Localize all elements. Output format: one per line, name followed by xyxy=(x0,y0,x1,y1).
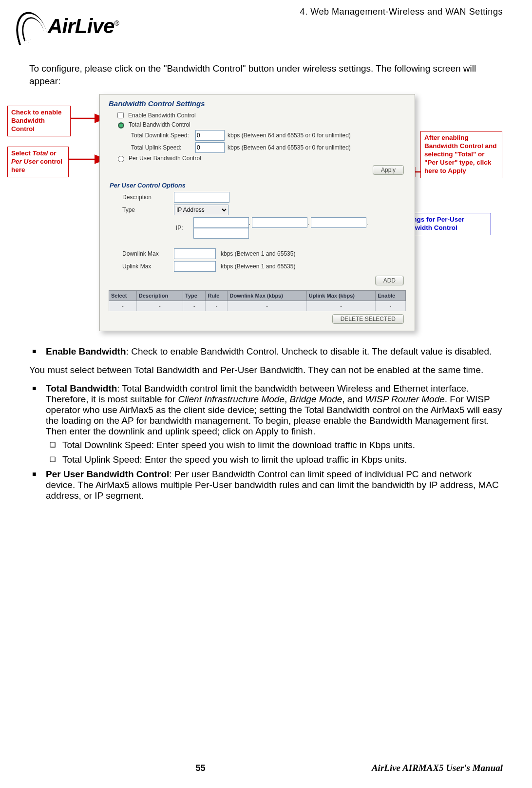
speed-hint-2: kbps (Between 64 and 65535 or 0 for unli… xyxy=(228,144,351,151)
apply-button[interactable]: Apply xyxy=(373,165,404,175)
type-select[interactable]: IP Address xyxy=(174,205,228,215)
ip-oct-2[interactable] xyxy=(252,217,307,228)
enable-bandwidth-checkbox[interactable] xyxy=(117,112,124,118)
uplink-max-input[interactable] xyxy=(174,261,216,272)
screenshot-area: Check to enable Bandwidth Control Select… xyxy=(29,94,503,338)
enable-bandwidth-label: Enable Bandwidth Control xyxy=(128,112,196,119)
table-row: - - - - - - - xyxy=(109,301,406,311)
subbullet-uplink-speed: Total Uplink Speed: Enter the speed you … xyxy=(48,454,503,465)
bandwidth-control-panel: Bandwidth Control Settings Enable Bandwi… xyxy=(99,94,415,331)
th-select: Select xyxy=(109,291,137,301)
total-downlink-label: Total Downlink Speed: xyxy=(131,132,192,139)
downlink-max-input[interactable] xyxy=(174,248,216,259)
airlive-logo: AirLive® xyxy=(15,9,119,42)
total-bandwidth-radio[interactable] xyxy=(118,122,124,129)
th-enable: Enable xyxy=(376,291,406,301)
th-type: Type xyxy=(183,291,206,301)
ip-oct-4[interactable] xyxy=(193,228,249,239)
logo-text: AirLive® xyxy=(48,9,119,38)
total-uplink-input[interactable] xyxy=(195,142,225,153)
ip-label: IP: xyxy=(176,225,189,231)
subbullet-downlink-speed: Total Downlink Speed: Enter speed you wi… xyxy=(48,440,503,450)
total-downlink-input[interactable] xyxy=(195,130,225,141)
total-uplink-label: Total Uplink Speed: xyxy=(131,144,192,151)
add-button[interactable]: ADD xyxy=(375,276,404,285)
chapter-title: 4. Web Management-Wireless and WAN Setti… xyxy=(300,7,503,17)
downlink-max-label: Downlink Max xyxy=(122,250,169,257)
speed-hint-1: kbps (Between 64 and 65535 or 0 for unli… xyxy=(228,132,351,139)
footer-right: AirLive AIRMAX5 User's Manual xyxy=(372,763,503,773)
ip-oct-1[interactable] xyxy=(193,217,249,228)
callout-apply-note: After enabling Bandwidth Control and sel… xyxy=(420,131,502,178)
th-downlink: Downlink Max (kbps) xyxy=(228,291,306,301)
total-bandwidth-label: Total Bandwidth Control xyxy=(129,121,190,128)
max-hint-1: kbps (Between 1 and 65535) xyxy=(221,250,295,257)
peruser-bandwidth-label: Per User Bandwidth Control xyxy=(129,155,201,162)
callout-select-type: Select Total or Per User control here xyxy=(7,147,69,177)
rules-table: Select Description Type Rule Downlink Ma… xyxy=(109,290,406,311)
callout-enable: Check to enable Bandwidth Control xyxy=(7,106,71,136)
bullet-enable-bandwidth: Enable Bandwidth: Check to enable Bandwi… xyxy=(29,346,503,357)
panel-title: Bandwidth Control Settings xyxy=(109,99,406,108)
bullet-total-bandwidth: Total Bandwidth: Total Bandwidth control… xyxy=(29,383,503,465)
delete-selected-button[interactable]: DELETE SELECTED xyxy=(332,314,404,324)
ip-oct-3[interactable] xyxy=(311,217,366,228)
peruser-options-title: Per User Control Options xyxy=(110,182,406,189)
middle-paragraph: You must select between Total Bandwidth … xyxy=(29,364,503,376)
description-input[interactable] xyxy=(174,192,229,203)
bullet-peruser-bandwidth: Per User Bandwidth Control: Per user Ban… xyxy=(29,469,503,501)
th-description: Description xyxy=(136,291,183,301)
max-hint-2: kbps (Between 1 and 65535) xyxy=(221,263,295,270)
page-number: 55 xyxy=(195,763,205,773)
page-footer: 55 AirLive AIRMAX5 User's Manual xyxy=(29,763,503,773)
logo-arcs-icon xyxy=(11,8,48,45)
uplink-max-label: Uplink Max xyxy=(122,263,169,270)
ip-fields: . . . xyxy=(193,217,406,239)
peruser-bandwidth-radio[interactable] xyxy=(118,156,124,162)
type-label: Type xyxy=(122,206,169,213)
intro-paragraph: To configure, please click on the "Bandw… xyxy=(29,62,503,87)
th-rule: Rule xyxy=(206,291,228,301)
description-label: Description xyxy=(122,194,169,201)
th-uplink: Uplink Max (kbps) xyxy=(306,291,375,301)
